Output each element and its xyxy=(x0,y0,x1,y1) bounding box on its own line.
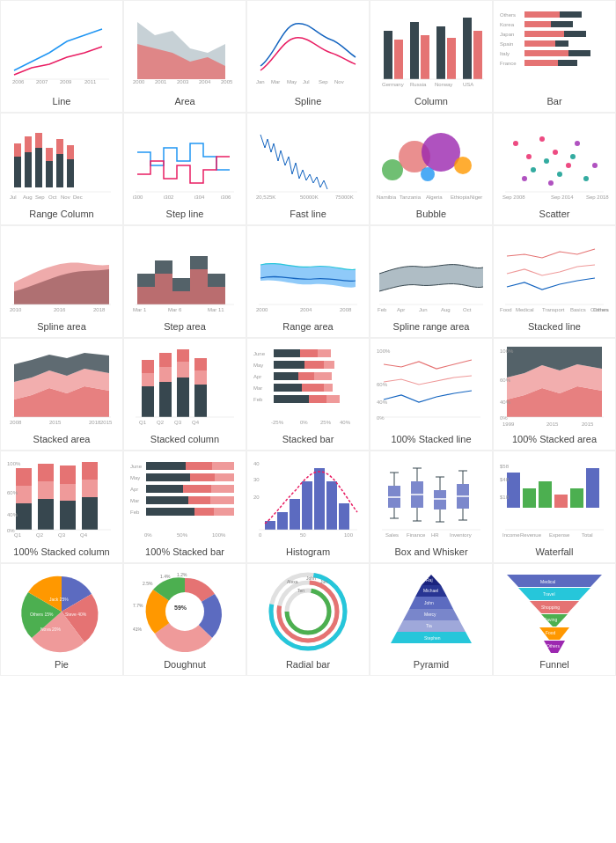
svg-rect-61 xyxy=(67,145,74,159)
svg-rect-199 xyxy=(16,486,32,503)
svg-rect-160 xyxy=(318,349,331,357)
chart-cell-range-area[interactable]: 2000 2004 2008 Range area xyxy=(246,225,370,338)
svg-rect-206 xyxy=(60,465,76,484)
chart-label-pyramid: Pyramid xyxy=(414,659,449,670)
svg-rect-54 xyxy=(35,148,42,187)
chart-cell-box-whisker[interactable]: Sales Finance HR Inventory Box and Whisk… xyxy=(370,451,493,563)
svg-text:Feb: Feb xyxy=(253,397,263,402)
svg-text:Italy: Italy xyxy=(500,51,510,56)
svg-rect-286 xyxy=(523,488,536,508)
chart-cell-100-stacked-area[interactable]: 100% 60% 40% 0% 1999 2015 2015 100% Stac… xyxy=(493,338,616,451)
svg-rect-224 xyxy=(215,473,234,481)
chart-label-spline-range-area: Spline range area xyxy=(393,321,470,332)
chart-cell-step-line[interactable]: i300 i302 i304 i306 Step line xyxy=(123,113,246,225)
svg-point-93 xyxy=(531,167,536,172)
svg-text:Norway: Norway xyxy=(435,82,452,87)
svg-rect-201 xyxy=(38,499,54,530)
svg-rect-232 xyxy=(194,508,214,516)
svg-rect-142 xyxy=(142,373,154,386)
svg-text:2007: 2007 xyxy=(36,79,48,84)
svg-rect-203 xyxy=(38,464,54,481)
svg-rect-167 xyxy=(274,384,302,392)
svg-rect-170 xyxy=(274,395,309,403)
svg-rect-222 xyxy=(146,473,190,481)
svg-text:Oct: Oct xyxy=(463,307,472,312)
svg-rect-225 xyxy=(146,485,183,493)
chart-cell-spline[interactable]: Jan Mar May Jul Sep Nov Spline xyxy=(246,0,370,113)
svg-text:Algeria: Algeria xyxy=(426,194,443,200)
svg-text:Inventory: Inventory xyxy=(450,532,472,538)
chart-cell-pyramid[interactable]: Raj Michael John Mercy Tia Stephen Pyram… xyxy=(370,563,493,676)
svg-text:May: May xyxy=(287,79,297,84)
chart-cell-bubble[interactable]: Namibia Tanzania Algeria Ethiopia Niger … xyxy=(370,113,493,225)
svg-text:Total: Total xyxy=(582,532,593,538)
svg-text:Sep: Sep xyxy=(319,79,328,84)
chart-cell-column[interactable]: Germany Russia Norway USA Column xyxy=(370,0,493,113)
svg-rect-42 xyxy=(524,60,558,66)
svg-rect-161 xyxy=(274,361,304,369)
svg-text:50%: 50% xyxy=(177,532,188,538)
svg-text:60%: 60% xyxy=(377,382,388,387)
chart-label-spline: Spline xyxy=(295,96,322,106)
svg-text:Q4: Q4 xyxy=(192,420,200,425)
chart-cell-histogram[interactable]: 0 50 100 40 30 20 Histogram xyxy=(246,451,370,563)
svg-text:Food: Food xyxy=(500,307,512,312)
svg-point-97 xyxy=(583,176,589,181)
chart-cell-stacked-line[interactable]: Food Medical Transport Basics Clothes Ot… xyxy=(493,225,616,338)
svg-text:100%: 100% xyxy=(212,532,226,538)
svg-text:$48: $48 xyxy=(500,477,510,482)
chart-cell-bar[interactable]: Others Korea Japan Spain Italy France Ba… xyxy=(493,0,616,113)
chart-cell-area[interactable]: 2000 2001 2003 2004 2005 Area xyxy=(123,0,246,113)
svg-text:7.7%: 7.7% xyxy=(133,603,143,608)
svg-text:Revenue: Revenue xyxy=(520,532,542,538)
svg-text:June: June xyxy=(253,351,266,356)
svg-text:2015: 2015 xyxy=(100,420,113,425)
svg-text:Others: Others xyxy=(593,307,609,312)
svg-rect-226 xyxy=(183,485,211,493)
chart-cell-step-area[interactable]: Mar 1 Mar 6 Mar 11 Step area xyxy=(123,225,246,338)
svg-rect-51 xyxy=(14,143,21,157)
chart-cell-radial-bar[interactable]: Ten Alexa John Jun Radial bar xyxy=(246,563,370,676)
chart-cell-100-stacked-line[interactable]: 100% 60% 40% 0% 100% Stacked line xyxy=(370,338,493,451)
chart-cell-100-stacked-column[interactable]: Q1 Q2 Q3 Q4 100% 60% 40% 0% 100% Stacked… xyxy=(0,451,123,563)
chart-cell-doughnut[interactable]: 59% 2.5% 1.4% 1.2% 7.7% 41% Doughnut xyxy=(123,563,246,676)
svg-rect-227 xyxy=(211,485,234,493)
chart-label-100-stacked-area: 100% Stacked area xyxy=(512,434,597,444)
chart-cell-scatter[interactable]: Sep 2008 Sep 2014 Sep 2018 Scatter xyxy=(493,113,616,225)
chart-cell-fast-line[interactable]: 20,525K 50000K 75000K Fast line xyxy=(246,113,370,225)
chart-cell-line[interactable]: 2006 2007 2009 2011 Line xyxy=(0,0,123,113)
svg-rect-233 xyxy=(214,508,234,516)
chart-cell-stacked-bar[interactable]: June May Apr Mar Feb -25% 0% 25% 40% Sta… xyxy=(246,338,370,451)
chart-cell-waterfall[interactable]: Income Revenue Expense Total $58 $48 $18… xyxy=(493,451,616,563)
svg-point-91 xyxy=(553,150,558,155)
chart-cell-stacked-area[interactable]: 2008 2015 2018 2015 Stacked area xyxy=(0,338,123,451)
svg-text:-25%: -25% xyxy=(271,420,284,425)
svg-point-92 xyxy=(566,163,571,168)
svg-text:0%: 0% xyxy=(377,415,385,421)
svg-rect-21 xyxy=(421,35,429,79)
svg-text:Apr: Apr xyxy=(130,487,138,492)
chart-label-stacked-column: Stacked column xyxy=(150,434,219,444)
svg-point-99 xyxy=(548,180,554,186)
svg-rect-158 xyxy=(274,349,300,357)
svg-rect-244 xyxy=(290,499,300,530)
chart-cell-spline-range-area[interactable]: Feb Apr Jun Aug Oct Spline range area xyxy=(370,225,493,338)
svg-rect-59 xyxy=(56,139,63,154)
chart-label-step-area: Step area xyxy=(164,321,206,332)
svg-text:Mar 11: Mar 11 xyxy=(208,307,224,312)
svg-text:2.5%: 2.5% xyxy=(143,581,153,586)
chart-cell-funnel[interactable]: Medical Travel Shopping Saving Food Othe… xyxy=(493,563,616,676)
svg-rect-208 xyxy=(82,480,98,497)
chart-cell-spline-area[interactable]: 2010 2016 2018 Spline area xyxy=(0,225,123,338)
svg-rect-150 xyxy=(194,385,207,417)
chart-cell-pie[interactable]: Jack 25% Steve 40% Nova 20% Others 15% P… xyxy=(0,563,123,676)
svg-text:100: 100 xyxy=(344,532,354,538)
svg-text:i302: i302 xyxy=(164,194,174,200)
svg-rect-220 xyxy=(186,462,212,470)
chart-cell-100-stacked-bar[interactable]: June May Apr Mar Feb 0% 50% 100% 100% St… xyxy=(123,451,246,563)
svg-text:20: 20 xyxy=(253,495,260,500)
svg-rect-40 xyxy=(524,50,568,56)
svg-text:Expense: Expense xyxy=(549,532,570,538)
chart-cell-range-column[interactable]: Jul Aug Sep Oct Nov Dec Range Column xyxy=(0,113,123,225)
chart-cell-stacked-column[interactable]: Q1 Q2 Q3 Q4 Stacked column xyxy=(123,338,246,451)
